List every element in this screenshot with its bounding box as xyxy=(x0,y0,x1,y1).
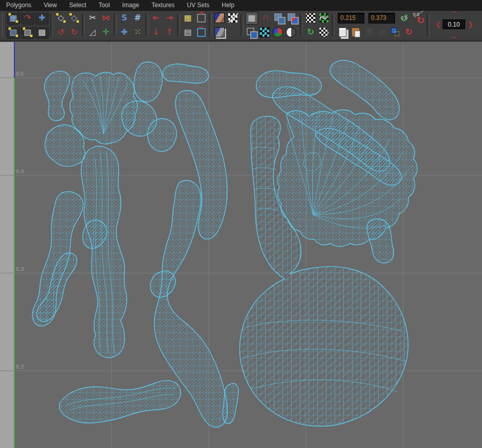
pixel-snap-icon[interactable]: ∩ xyxy=(259,12,272,24)
paste-uvs-button[interactable] xyxy=(349,26,362,38)
isolate-remove-icon[interactable] xyxy=(195,26,207,38)
rgb-channels-icon[interactable] xyxy=(272,26,284,38)
shell-head-blob-b[interactable] xyxy=(148,119,177,151)
toggle-grid-icon[interactable]: ▦ xyxy=(245,11,258,25)
rotate-uvs-ccw-icon[interactable]: ↺ xyxy=(55,26,67,38)
checker-map-icon[interactable] xyxy=(258,26,271,38)
toolbar-row: ↺↻ xyxy=(55,26,80,39)
uv-mesh-canvas[interactable]: 0.50.40.30.2 xyxy=(0,42,482,448)
layout-uvs-icon[interactable]: S xyxy=(118,12,130,24)
uv-lattice-tool-icon[interactable]: ▦ xyxy=(7,11,20,25)
view-container-icon[interactable] xyxy=(273,12,285,24)
menu-select[interactable]: Select xyxy=(63,1,92,10)
sew-uv-edges-icon[interactable]: ⋈ xyxy=(100,12,112,24)
view-container-icon xyxy=(274,13,282,21)
move-and-sew-icon[interactable]: ✚ xyxy=(118,26,130,38)
relax-uv-icon[interactable]: ◇ xyxy=(68,12,80,24)
uv-smudge-tool-glyph: ↷ xyxy=(24,14,31,22)
toolbar-separator xyxy=(240,14,244,36)
align-u-max-glyph: ⇥ xyxy=(166,14,172,22)
toolbar-row: ▦∩ xyxy=(245,11,298,25)
refresh-image-icon: ↻ xyxy=(306,28,315,37)
paste-v-button[interactable] xyxy=(376,26,388,38)
toggle-grid-glyph: ▦ xyxy=(248,14,255,22)
split-uvs-icon[interactable]: ⁙ xyxy=(132,26,144,38)
refresh-image-icon[interactable]: ↻ xyxy=(304,26,317,38)
toolbar-separator xyxy=(50,14,53,36)
copy-uvs-button[interactable] xyxy=(336,26,348,38)
unfold-uv-icon[interactable]: ◇ xyxy=(55,12,67,24)
uv-point-dot xyxy=(69,13,72,16)
align-u-max-icon[interactable]: ⇥ xyxy=(163,12,176,24)
align-v-max-icon[interactable]: ↑ xyxy=(163,26,176,38)
display-unfiltered-icon xyxy=(228,13,237,23)
menu-view[interactable]: View xyxy=(37,1,63,10)
uv-smudge-tool-icon[interactable]: ↷ xyxy=(21,11,34,25)
toolbar-group-8: ▦∩ xyxy=(245,11,298,39)
toolbar-separator xyxy=(300,14,303,36)
bake-texture-icon[interactable] xyxy=(304,12,317,24)
grid-label: 0.5 xyxy=(16,71,24,77)
isolate-select-icon[interactable]: ▦ xyxy=(182,12,194,24)
sew-uv-edges-glyph: ⋈ xyxy=(102,14,110,22)
display-image-icon[interactable] xyxy=(213,12,226,24)
toolbar: ▦↷✚▨▧▩◇◇↺↻✂⋈◿✛S#✚⁙⇤⇥↓↑▦▤▦∩↻0.2150.373↺0.… xyxy=(0,10,482,41)
toolbar-group-1: ▦↷✚▨▧▩ xyxy=(7,11,49,39)
marquee-select-tool-icon[interactable]: ▩ xyxy=(35,26,49,39)
cycle-uvs-button[interactable]: ↻ xyxy=(403,26,415,38)
uv-texture-editor-window: PolygonsViewSelectToolImageTexturesUV Se… xyxy=(0,0,482,448)
toolbar-row: ▦↷✚ xyxy=(7,11,49,25)
paste-u-button[interactable] xyxy=(363,26,375,38)
move-uv-shell-tool-icon[interactable]: ✚ xyxy=(35,11,49,25)
align-v-min-icon[interactable]: ↓ xyxy=(150,26,162,38)
uv-point-dot xyxy=(23,27,26,30)
cut-uv-edges-icon[interactable]: ✂ xyxy=(86,12,99,24)
v-coordinate-field[interactable]: 0.373 xyxy=(368,13,395,24)
move-pivot-glyph: ✛ xyxy=(102,28,109,36)
flip-uvs-icon[interactable]: ◿ xyxy=(86,26,99,38)
toolbar-group-7 xyxy=(213,11,239,39)
copy-paste-tool-icon[interactable] xyxy=(389,26,402,38)
menu-tool[interactable]: Tool xyxy=(93,1,116,10)
toolbar-grip[interactable] xyxy=(2,13,6,37)
update-psd-icon[interactable] xyxy=(318,12,330,24)
align-u-min-icon[interactable]: ⇤ xyxy=(150,12,162,24)
isolate-subset-icon[interactable]: ▤ xyxy=(182,26,194,38)
rotate-uvs-cw-icon[interactable]: ↻ xyxy=(68,26,80,38)
uv-point-dot xyxy=(30,34,33,37)
paste-v-button xyxy=(378,30,386,36)
alpha-channel-icon[interactable] xyxy=(285,26,297,38)
move-pivot-icon[interactable]: ✛ xyxy=(100,26,112,38)
uv-viewport[interactable]: 0.50.40.30.2 xyxy=(0,42,482,448)
step-value-field[interactable]: 0.10 xyxy=(443,19,465,29)
toolbar-row xyxy=(213,11,239,25)
step-right-button[interactable]: ❯ xyxy=(468,21,473,28)
uv-point-dot xyxy=(56,13,59,16)
tile-outline-icon[interactable] xyxy=(245,26,257,38)
reset-uv-values-button[interactable]: ↻0,0 xyxy=(412,12,425,24)
display-unfiltered-icon[interactable] xyxy=(227,12,239,24)
menu-polygons[interactable]: Polygons xyxy=(0,1,37,10)
toolbar-group-10: 0.2150.373↺0.0↻0,0↻ xyxy=(336,11,425,39)
refresh-uv-values-button[interactable]: ↺0.0 xyxy=(398,12,411,24)
align-v-max-glyph: ↑ xyxy=(166,28,172,36)
shade-uvs-icon[interactable] xyxy=(286,12,298,24)
menu-textures[interactable]: Textures xyxy=(145,1,181,10)
uv-point-dot xyxy=(15,34,18,37)
menu-help[interactable]: Help xyxy=(215,1,240,10)
step-left-button[interactable]: ❮ xyxy=(435,21,441,28)
isolate-add-icon xyxy=(197,14,206,23)
step-down-button[interactable]: ⌄ xyxy=(451,33,457,39)
uv-lattice-deform-icon[interactable]: ▨ xyxy=(7,26,20,39)
grid-uvs-icon[interactable]: # xyxy=(132,12,144,24)
toolbar-separator xyxy=(427,14,430,36)
u-coordinate-field[interactable]: 0.215 xyxy=(338,13,364,24)
select-shell-tool-icon[interactable]: ▧ xyxy=(21,26,34,39)
uv-snapshot-icon[interactable] xyxy=(318,26,330,38)
menu-bar: PolygonsViewSelectToolImageTexturesUV Se… xyxy=(0,0,482,11)
menu-uv-sets[interactable]: UV Sets xyxy=(181,1,215,10)
toolbar-row xyxy=(213,26,239,39)
dim-image-icon[interactable] xyxy=(213,26,226,38)
menu-image[interactable]: Image xyxy=(116,1,145,10)
step-up-button[interactable]: ⌃ xyxy=(451,11,457,17)
